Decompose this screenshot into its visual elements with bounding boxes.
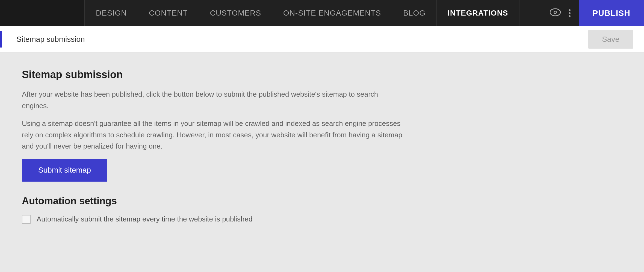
header-bar: Sitemap submission Save	[0, 26, 644, 52]
automation-section-title: Automation settings	[22, 195, 513, 207]
svg-point-2	[554, 11, 556, 13]
nav-item-on-site-engagements[interactable]: ON-SITE ENGAGEMENTS	[272, 0, 392, 26]
nav-item-content[interactable]: CONTENT	[138, 0, 199, 26]
sitemap-description-1: After your website has been published, c…	[22, 89, 404, 111]
top-nav: DESIGN CONTENT CUSTOMERS ON-SITE ENGAGEM…	[0, 0, 644, 26]
automation-checkbox-row: Automatically submit the sitemap every t…	[22, 215, 513, 224]
sitemap-description-2: Using a sitemap doesn't guarantee all th…	[22, 118, 404, 152]
publish-button[interactable]: PUBLISH	[579, 0, 644, 26]
auto-submit-checkbox[interactable]	[22, 215, 31, 224]
preview-icon[interactable]	[550, 7, 561, 19]
nav-right-actions	[542, 7, 579, 19]
nav-item-design[interactable]: DESIGN	[85, 0, 138, 26]
submit-sitemap-button[interactable]: Submit sitemap	[22, 159, 107, 182]
content-card: Sitemap submission After your website ha…	[22, 69, 513, 224]
nav-logo-area	[0, 0, 85, 26]
nav-item-blog[interactable]: BLOG	[392, 0, 437, 26]
save-button[interactable]: Save	[588, 30, 633, 49]
nav-item-integrations[interactable]: INTEGRATIONS	[437, 0, 519, 26]
nav-item-customers[interactable]: CUSTOMERS	[199, 0, 272, 26]
nav-links: DESIGN CONTENT CUSTOMERS ON-SITE ENGAGEM…	[85, 0, 542, 26]
page-title: Sitemap submission	[11, 35, 85, 44]
more-options-icon[interactable]	[569, 9, 571, 17]
sitemap-section-title: Sitemap submission	[22, 69, 513, 81]
header-accent	[0, 31, 2, 48]
auto-submit-label: Automatically submit the sitemap every t…	[37, 215, 252, 223]
main-content: Sitemap submission After your website ha…	[0, 52, 644, 272]
